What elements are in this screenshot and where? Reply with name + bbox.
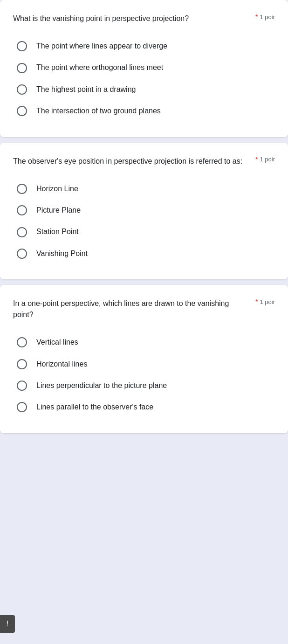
question-card-2: The observer's eye position in perspecti… — [0, 143, 288, 280]
points-label-3: 1 poir — [260, 298, 275, 305]
required-star-2: * — [255, 156, 258, 163]
option-label-3-4: Lines parallel to the observer's face — [36, 402, 153, 412]
radio-circle-1-3[interactable] — [17, 84, 27, 95]
option-item-2-2[interactable]: Picture Plane — [13, 200, 275, 221]
question-meta-3: *1 poir — [255, 298, 275, 305]
option-item-1-1[interactable]: The point where lines appear to diverge — [13, 35, 275, 57]
option-label-3-3: Lines perpendicular to the picture plane — [36, 381, 167, 391]
question-text-3: In a one-point perspective, which lines … — [13, 298, 255, 320]
option-item-2-1[interactable]: Horizon Line — [13, 178, 275, 200]
question-header-3: In a one-point perspective, which lines … — [13, 298, 275, 320]
option-item-2-4[interactable]: Vanishing Point — [13, 243, 275, 264]
option-label-2-4: Vanishing Point — [36, 249, 88, 259]
radio-circle-2-4[interactable] — [17, 249, 27, 259]
question-header-2: The observer's eye position in perspecti… — [13, 156, 275, 167]
points-label-2: 1 poir — [260, 156, 275, 163]
question-card-3: In a one-point perspective, which lines … — [0, 285, 288, 433]
radio-circle-2-3[interactable] — [17, 227, 27, 237]
question-text-2: The observer's eye position in perspecti… — [13, 156, 255, 167]
option-item-1-4[interactable]: The intersection of two ground planes — [13, 100, 275, 122]
option-label-3-2: Horizontal lines — [36, 359, 87, 369]
radio-circle-3-1[interactable] — [17, 337, 27, 347]
question-meta-2: *1 poir — [255, 156, 275, 163]
radio-circle-1-1[interactable] — [17, 41, 27, 51]
points-label-1: 1 poir — [260, 14, 275, 21]
option-label-2-2: Picture Plane — [36, 205, 81, 215]
option-item-1-2[interactable]: The point where orthogonal lines meet — [13, 57, 275, 78]
radio-circle-3-3[interactable] — [17, 381, 27, 391]
options-list-1: The point where lines appear to divergeT… — [13, 35, 275, 122]
required-star-1: * — [255, 13, 258, 21]
radio-circle-1-2[interactable] — [17, 63, 27, 73]
option-item-1-3[interactable]: The highest point in a drawing — [13, 79, 275, 100]
radio-circle-1-4[interactable] — [17, 106, 27, 116]
option-label-1-2: The point where orthogonal lines meet — [36, 62, 163, 73]
radio-circle-2-1[interactable] — [17, 184, 27, 194]
question-header-1: What is the vanishing point in perspecti… — [13, 13, 275, 24]
question-meta-1: *1 poir — [255, 13, 275, 21]
question-text-1: What is the vanishing point in perspecti… — [13, 13, 255, 24]
options-list-3: Vertical linesHorizontal linesLines perp… — [13, 332, 275, 418]
option-label-1-3: The highest point in a drawing — [36, 84, 136, 95]
option-label-1-1: The point where lines appear to diverge — [36, 41, 167, 51]
option-item-3-3[interactable]: Lines perpendicular to the picture plane — [13, 375, 275, 396]
option-label-2-3: Station Point — [36, 227, 79, 237]
option-item-3-1[interactable]: Vertical lines — [13, 332, 275, 353]
option-item-2-3[interactable]: Station Point — [13, 221, 275, 242]
radio-circle-3-2[interactable] — [17, 359, 27, 369]
radio-circle-3-4[interactable] — [17, 402, 27, 412]
option-item-3-2[interactable]: Horizontal lines — [13, 353, 275, 375]
option-label-1-4: The intersection of two ground planes — [36, 106, 161, 116]
option-item-3-4[interactable]: Lines parallel to the observer's face — [13, 396, 275, 418]
options-list-2: Horizon LinePicture PlaneStation PointVa… — [13, 178, 275, 265]
option-label-3-1: Vertical lines — [36, 337, 78, 347]
question-card-1: What is the vanishing point in perspecti… — [0, 0, 288, 137]
required-star-3: * — [255, 298, 258, 305]
radio-circle-2-2[interactable] — [17, 205, 27, 215]
option-label-2-1: Horizon Line — [36, 184, 78, 194]
